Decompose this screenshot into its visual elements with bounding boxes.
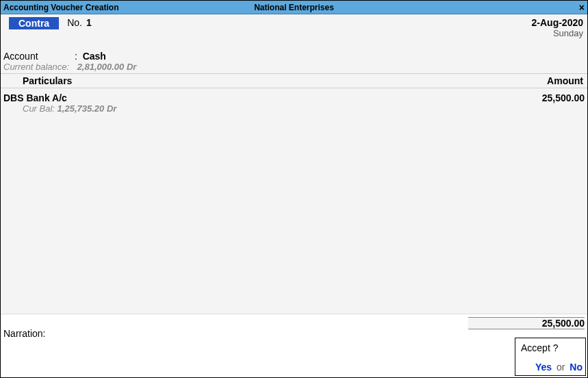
account-line: Account : Cash — [3, 51, 585, 62]
accept-or-text: or — [557, 362, 565, 373]
voucher-date-block: 2-Aug-2020 Sunday — [532, 17, 585, 38]
current-balance-value: 2,81,000.00 Dr — [77, 62, 137, 72]
header-amount: Amount — [547, 75, 585, 86]
close-icon[interactable]: × — [579, 3, 585, 12]
voucher-number-value[interactable]: 1 — [86, 17, 92, 28]
voucher-date[interactable]: 2-Aug-2020 — [532, 17, 583, 28]
voucher-type-badge[interactable]: Contra — [9, 17, 59, 29]
total-amount: 25,500.00 — [468, 317, 585, 329]
voucher-number-label: No. — [67, 17, 82, 28]
window-title-left: Accounting Voucher Creation — [3, 3, 118, 12]
voucher-header-row: Contra No. 1 2-Aug-2020 Sunday — [1, 14, 587, 38]
accept-dialog-title: Accept ? — [518, 342, 583, 353]
narration-block: Narration: — [3, 328, 45, 339]
columns-header: Particulars Amount — [1, 73, 587, 88]
accept-yes-button[interactable]: Yes — [535, 362, 552, 373]
current-balance-line: Current balance: 2,81,000.00 Dr — [3, 62, 585, 72]
entry-row[interactable]: DBS Bank A/c 25,500.00 — [3, 92, 585, 103]
entries-area[interactable]: DBS Bank A/c 25,500.00 Cur Bal: 1,25,735… — [1, 88, 587, 314]
header-particulars: Particulars — [3, 75, 72, 86]
entry-ledger-name[interactable]: DBS Bank A/c — [3, 92, 67, 103]
colon: : — [75, 51, 77, 62]
account-value[interactable]: Cash — [83, 51, 106, 62]
voucher-day: Sunday — [532, 28, 583, 38]
title-bar: Accounting Voucher Creation National Ent… — [1, 1, 587, 14]
entry-curbal-label: Cur Bal: — [23, 103, 55, 114]
account-block: Account : Cash Current balance: 2,81,000… — [1, 38, 587, 73]
account-label: Account — [3, 51, 72, 62]
entry-amount[interactable]: 25,500.00 — [542, 92, 585, 103]
entry-curbal-value: 1,25,735.20 Dr — [57, 103, 117, 114]
entry-current-balance: Cur Bal: 1,25,735.20 Dr — [3, 103, 585, 114]
accept-dialog-options: Yes or No — [518, 362, 583, 373]
accept-no-button[interactable]: No — [570, 362, 583, 373]
narration-label: Narration: — [3, 328, 45, 339]
window-title-center: National Enterprises — [254, 3, 334, 12]
current-balance-label: Current balance: — [3, 62, 72, 72]
accept-dialog: Accept ? Yes or No — [515, 338, 586, 376]
voucher-content: Contra No. 1 2-Aug-2020 Sunday Account :… — [1, 14, 587, 314]
